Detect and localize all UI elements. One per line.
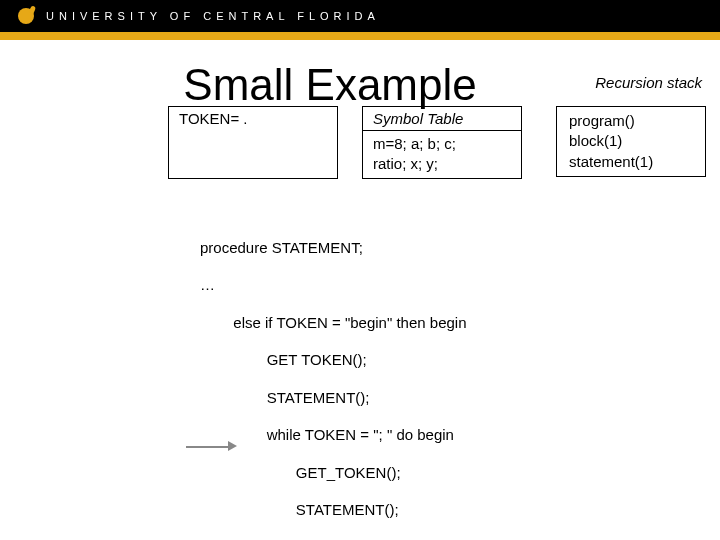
code-line: GET_TOKEN(); <box>200 464 501 483</box>
code-line: while TOKEN = "; " do begin <box>200 426 501 445</box>
stack-entry: statement(1) <box>569 152 693 172</box>
page-title: Small Example <box>150 60 510 110</box>
gold-divider <box>0 32 720 40</box>
symbol-table-box: Symbol Table m=8; a; b; c; ratio; x; y; <box>362 106 522 179</box>
info-boxes: TOKEN= . Symbol Table m=8; a; b; c; rati… <box>168 106 522 179</box>
code-listing: procedure STATEMENT; … else if TOKEN = "… <box>200 220 501 540</box>
symbol-table-body: m=8; a; b; c; ratio; x; y; <box>362 131 522 179</box>
stack-entry: program() <box>569 111 693 131</box>
recursion-stack-label: Recursion stack <box>595 74 702 91</box>
slide-content: Small Example Recursion stack TOKEN= . S… <box>0 40 720 110</box>
symbol-table-line: m=8; a; b; c; <box>373 134 511 154</box>
token-box: TOKEN= . <box>168 106 338 179</box>
university-name: UNIVERSITY OF CENTRAL FLORIDA <box>46 10 380 22</box>
header-bar: UNIVERSITY OF CENTRAL FLORIDA <box>0 0 720 32</box>
code-line: … <box>200 276 501 295</box>
code-line: STATEMENT(); <box>200 501 501 520</box>
stack-entry: block(1) <box>569 131 693 151</box>
ucf-logo-icon <box>18 8 34 24</box>
code-line: else if TOKEN = "begin" then begin <box>200 314 501 333</box>
code-line: procedure STATEMENT; <box>200 239 501 258</box>
symbol-table-heading: Symbol Table <box>362 106 522 131</box>
recursion-stack-box: program() block(1) statement(1) <box>556 106 706 177</box>
code-line: GET TOKEN(); <box>200 351 501 370</box>
code-line: STATEMENT(); <box>200 389 501 408</box>
symbol-table-line: ratio; x; y; <box>373 154 511 174</box>
